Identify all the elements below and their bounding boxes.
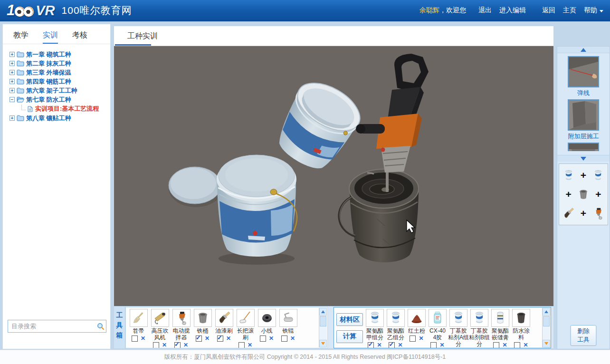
scroll-up-button[interactable] (319, 308, 327, 316)
scrollbar-track[interactable] (543, 327, 550, 340)
header-link[interactable]: 返回 (542, 6, 555, 15)
expand-toggle-icon[interactable]: + (10, 79, 15, 84)
item-checkbox[interactable] (514, 342, 520, 348)
item-remove-icon[interactable]: ✕ (226, 335, 231, 342)
item-remove-icon[interactable]: ✕ (419, 335, 423, 342)
toolbar-item[interactable]: 铁辊 ✕ (277, 308, 299, 348)
tree-node-label[interactable]: 第四章 钢筋工种 (26, 77, 71, 86)
tree-node-label[interactable]: 第八章 镶贴工种 (26, 114, 71, 123)
site-logo[interactable]: 1 00 VR (7, 2, 55, 19)
step-thumbnail[interactable]: 附加层施工 (568, 99, 599, 141)
item-checkbox[interactable] (174, 342, 181, 348)
step-thumbnail[interactable]: 弹线 (568, 56, 599, 97)
toolbar-item[interactable]: 聚氨酯嵌缝膏 ✕ (490, 308, 511, 348)
tree-node-label[interactable]: 第二章 抹灰工种 (26, 59, 71, 68)
toolbar-item[interactable]: 笤帚 ✕ (128, 308, 149, 348)
search-button[interactable] (95, 320, 106, 332)
item-remove-icon[interactable]: ✕ (248, 342, 252, 348)
item-checkbox[interactable] (238, 342, 245, 348)
item-checkbox[interactable] (153, 342, 159, 348)
expand-toggle-icon[interactable]: + (10, 88, 15, 93)
item-remove-icon[interactable]: ✕ (502, 342, 507, 348)
item-checkbox[interactable] (493, 342, 499, 348)
tree-leaf-label[interactable]: 实训项目:基本工艺流程 (35, 105, 99, 113)
toolbar-item[interactable]: 电动搅拌器 ✕ (171, 308, 192, 348)
toolbar-item[interactable]: 长把滚刷 ✕ (235, 308, 256, 348)
scrollbar-thumb[interactable] (320, 316, 326, 326)
step-thumbnail[interactable] (568, 143, 599, 151)
material-area-button[interactable]: 材料区 (336, 313, 363, 326)
sidebar-tab[interactable]: 教学 (13, 30, 29, 44)
item-checkbox[interactable] (281, 335, 287, 342)
tree-node[interactable]: + 第三章 外墙保温 (10, 68, 110, 77)
tree-node-label[interactable]: 第六章 架子工工种 (26, 86, 77, 95)
expand-toggle-icon[interactable]: + (10, 61, 15, 66)
scrollbar-thumb[interactable] (543, 316, 550, 326)
toolbar-item[interactable]: 聚氨酯乙组分 ✕ (385, 308, 406, 348)
toolbar-item[interactable]: 防水涂料 ✕ (511, 308, 532, 348)
toolbar-item[interactable]: 丁基胶粘剂A组分 ✕ (448, 308, 469, 348)
item-remove-icon[interactable]: ✕ (162, 342, 167, 348)
tree-node[interactable]: + 第六章 架子工工种 (10, 86, 110, 95)
delete-tool-button[interactable]: 删除工具 (571, 325, 597, 346)
toolbar-item[interactable]: 聚氨酯甲组分 ✕ (364, 308, 385, 348)
item-checkbox[interactable] (410, 335, 416, 342)
search-input[interactable] (8, 323, 95, 330)
calculate-button[interactable]: 计算 (336, 330, 363, 343)
item-remove-icon[interactable]: ✕ (377, 342, 381, 348)
item-remove-icon[interactable]: ✕ (439, 342, 444, 348)
item-remove-icon[interactable]: ✕ (523, 342, 528, 348)
item-remove-icon[interactable]: ✕ (290, 335, 295, 342)
toolbar-item[interactable]: 高压吹风机 ✕ (149, 308, 171, 348)
thumbnails-scroll-up[interactable] (557, 47, 610, 53)
toolbar-item[interactable]: 铁桶 ✕ (192, 308, 213, 348)
toolbar-item[interactable]: 红土粉 ✕ (406, 308, 427, 348)
tree-leaf[interactable]: 实训项目:基本工艺流程 (10, 104, 110, 114)
tree-node[interactable]: − 第七章 防水工种 (10, 95, 110, 104)
thumbnails-scroll-down[interactable] (557, 155, 610, 162)
tab-job-training[interactable]: 工种实训 (127, 31, 158, 41)
expand-toggle-icon[interactable]: − (10, 97, 15, 102)
tree-node[interactable]: + 第二章 抹灰工种 (10, 59, 110, 68)
scrollbar-track[interactable] (319, 327, 327, 340)
tree-node[interactable]: + 第四章 钢筋工种 (10, 77, 110, 86)
3d-viewport[interactable] (114, 46, 553, 306)
sidebar-tab[interactable]: 考核 (72, 30, 87, 44)
tree-node-label[interactable]: 第三章 外墙保温 (26, 68, 71, 77)
tree-node[interactable]: + 第八章 镶贴工种 (10, 114, 110, 123)
user-name[interactable]: 余聪辉 (419, 6, 439, 15)
item-remove-icon[interactable]: ✕ (398, 342, 402, 348)
item-checkbox[interactable] (260, 335, 266, 342)
material-scrollbar[interactable] (542, 308, 550, 347)
item-checkbox[interactable] (389, 342, 395, 348)
expand-toggle-icon[interactable]: + (10, 115, 15, 121)
toolbar-item[interactable]: 油漆刷 ✕ (213, 308, 235, 348)
expand-toggle-icon[interactable]: + (10, 70, 15, 75)
toolbar-item[interactable]: CX-40 4胶 ✕ (427, 308, 448, 348)
scroll-down-button[interactable] (543, 340, 550, 347)
header-link[interactable]: 主页 (563, 6, 576, 15)
item-checkbox[interactable] (196, 335, 202, 342)
item-remove-icon[interactable]: ✕ (183, 342, 188, 348)
scroll-down-button[interactable] (319, 340, 327, 347)
tree-node-label[interactable]: 第一章 砌筑工种 (26, 50, 71, 59)
item-checkbox[interactable] (217, 335, 223, 342)
tool-scrollbar[interactable] (319, 308, 327, 347)
header-link[interactable]: 帮助 (584, 6, 603, 15)
item-remove-icon[interactable]: ✕ (205, 335, 210, 342)
item-remove-icon[interactable]: ✕ (141, 335, 145, 342)
item-remove-icon[interactable]: ✕ (269, 335, 274, 342)
scroll-up-button[interactable] (543, 308, 550, 316)
toolbox-tab[interactable]: 工具箱 (114, 307, 125, 348)
toolbar-item[interactable]: 丁基胶粘剂B组分 ✕ (469, 308, 490, 348)
header-link[interactable]: 进入编辑 (499, 6, 526, 15)
item-checkbox[interactable] (430, 342, 437, 348)
header-link[interactable]: 退出 (478, 6, 492, 15)
item-checkbox[interactable] (368, 342, 374, 348)
tree-node-label[interactable]: 第七章 防水工种 (26, 96, 71, 104)
sidebar-tab[interactable]: 实训 (43, 30, 58, 44)
thumb-partial[interactable] (568, 143, 599, 151)
item-checkbox[interactable] (132, 335, 138, 342)
tree-node[interactable]: + 第一章 砌筑工种 (10, 50, 110, 59)
toolbar-item[interactable]: 小线 ✕ (256, 308, 277, 348)
